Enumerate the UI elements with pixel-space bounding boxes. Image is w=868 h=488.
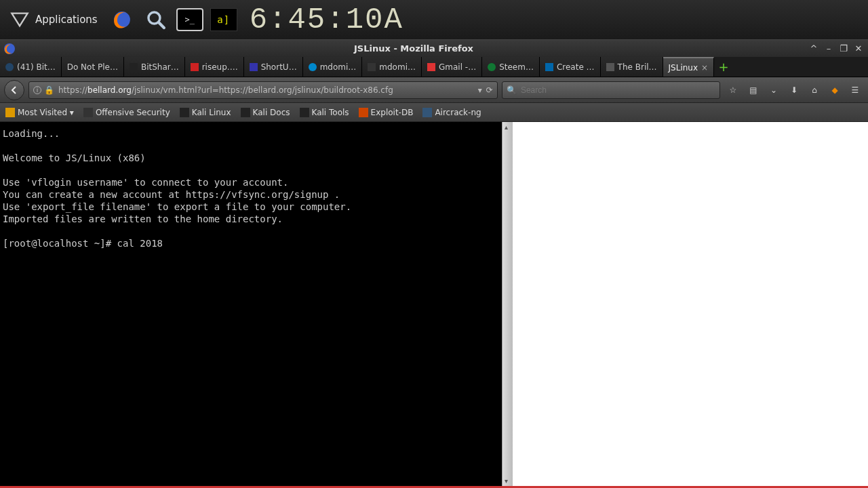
reload-icon[interactable]: ⟳ <box>486 85 493 95</box>
browser-tab[interactable]: mdomi… <box>362 57 422 77</box>
tab-strip: (41) Bit… Do Not Ple… BitShar… riseup.… … <box>0 57 868 77</box>
back-button[interactable] <box>4 80 24 100</box>
tab-label: JSLinux <box>669 63 698 73</box>
browser-tab[interactable]: riseup.… <box>185 57 244 77</box>
window-up-icon[interactable]: ^ <box>808 43 819 54</box>
favicon-icon <box>368 63 376 71</box>
terminal-launcher-icon[interactable]: >_ <box>176 8 203 31</box>
favicon-icon <box>488 63 496 71</box>
favicon-icon <box>300 108 309 117</box>
bookmark-item[interactable]: Kali Linux <box>180 108 231 117</box>
bookmarks-toolbar: Most Visited ▾ Offensive Security Kali L… <box>0 103 868 122</box>
browser-tab[interactable]: BitShar… <box>124 57 185 77</box>
window-titlebar: JSLinux - Mozilla Firefox ^ – ❐ ✕ <box>0 39 868 57</box>
page-content: Loading... Welcome to JS/Linux (x86) Use… <box>0 122 868 486</box>
url-bar[interactable]: i 🔒 https://bellard.org/jslinux/vm.html?… <box>28 81 498 99</box>
browser-tab[interactable]: Create … <box>540 57 601 77</box>
desktop-panel: Applications >_ a] 6:45:10A <box>0 0 868 39</box>
browser-tab[interactable]: Gmail -… <box>422 57 482 77</box>
tab-label: mdomi… <box>320 62 357 72</box>
pocket-icon[interactable]: ⌄ <box>768 84 780 96</box>
favicon-icon <box>191 63 199 71</box>
svg-line-2 <box>159 22 164 28</box>
favicon-icon <box>130 63 138 71</box>
terminal-scrollbar[interactable] <box>502 122 513 486</box>
bookmark-item[interactable]: Exploit-DB <box>359 108 414 117</box>
tab-label: ShortU… <box>261 62 297 72</box>
bookmark-label: Most Visited ▾ <box>18 108 74 117</box>
firefox-launcher-icon[interactable] <box>108 6 136 33</box>
home-icon[interactable]: ⌂ <box>808 84 821 96</box>
workspace-icon[interactable]: a] <box>210 8 237 31</box>
bookmark-label: Offensive Security <box>96 108 170 117</box>
bookmark-label: Kali Linux <box>192 108 231 117</box>
favicon-icon <box>309 63 317 71</box>
lock-icon: 🔒 <box>44 85 54 95</box>
tab-label: Gmail -… <box>439 62 476 72</box>
favicon-icon <box>5 63 14 71</box>
search-icon: 🔍 <box>507 85 517 95</box>
bookmark-most-visited[interactable]: Most Visited ▾ <box>5 108 74 117</box>
favicon-icon <box>422 108 432 117</box>
tab-label: BitShar… <box>141 62 179 72</box>
bookmark-item[interactable]: Kali Docs <box>241 108 290 117</box>
favicon-icon <box>83 108 93 117</box>
tab-label: (41) Bit… <box>17 62 56 72</box>
window-minimize-icon[interactable]: – <box>823 43 834 54</box>
bookmark-item[interactable]: Kali Tools <box>300 108 349 117</box>
browser-tab[interactable]: ShortU… <box>244 57 303 77</box>
favicon-icon <box>359 108 368 117</box>
browser-tab[interactable]: Do Not Ple… <box>62 57 124 77</box>
search-bar[interactable]: 🔍 <box>502 81 720 99</box>
window-close-icon[interactable]: ✕ <box>853 43 864 54</box>
url-text: https://bellard.org/jslinux/vm.html?url=… <box>58 85 474 95</box>
tab-label: Steem… <box>499 62 534 72</box>
applications-icon <box>9 9 30 30</box>
search-launcher-icon[interactable] <box>142 6 170 33</box>
favicon-icon <box>545 63 553 71</box>
bookmark-label: Kali Tools <box>312 108 349 117</box>
bookmark-label: Kali Docs <box>253 108 290 117</box>
bookmark-label: Exploit-DB <box>371 108 414 117</box>
firefox-window: JSLinux - Mozilla Firefox ^ – ❐ ✕ (41) B… <box>0 39 868 488</box>
jslinux-terminal[interactable]: Loading... Welcome to JS/Linux (x86) Use… <box>0 122 502 486</box>
bookmark-label: Aircrack-ng <box>435 108 481 117</box>
downloads-icon[interactable]: ⬇ <box>788 84 800 96</box>
tab-label: riseup.… <box>202 62 238 72</box>
desktop-clock: 6:45:10A <box>250 3 403 37</box>
tab-label: Do Not Ple… <box>67 62 118 72</box>
menu-icon[interactable]: ☰ <box>849 84 861 96</box>
reader-icon[interactable]: ▤ <box>747 84 760 96</box>
applications-label: Applications <box>35 14 98 26</box>
favicon-icon <box>180 108 189 117</box>
browser-tab[interactable]: The Bril… <box>601 57 663 77</box>
bookmark-star-icon[interactable]: ☆ <box>727 84 739 96</box>
addon-icon[interactable]: ◆ <box>829 84 841 96</box>
arrow-left-icon <box>9 85 19 95</box>
tab-label: The Bril… <box>618 62 657 72</box>
folder-icon <box>5 108 15 117</box>
firefox-icon <box>3 42 16 56</box>
favicon-icon <box>427 63 435 71</box>
browser-tab[interactable]: (41) Bit… <box>0 57 62 77</box>
bookmark-item[interactable]: Aircrack-ng <box>422 108 481 117</box>
browser-tab[interactable]: Steem… <box>482 57 540 77</box>
url-dropdown-icon[interactable]: ▾ <box>478 85 482 95</box>
favicon-icon <box>241 108 250 117</box>
search-input[interactable] <box>521 85 715 95</box>
new-tab-button[interactable]: + <box>714 57 733 77</box>
window-title: JSLinux - Mozilla Firefox <box>19 43 808 54</box>
favicon-icon <box>250 63 258 71</box>
favicon-icon <box>606 63 614 71</box>
bookmark-item[interactable]: Offensive Security <box>83 108 170 117</box>
info-icon[interactable]: i <box>33 86 41 94</box>
browser-tab-active[interactable]: JSLinux × <box>663 57 715 77</box>
browser-tab[interactable]: mdomi… <box>303 57 363 77</box>
navigation-toolbar: i 🔒 https://bellard.org/jslinux/vm.html?… <box>0 77 868 103</box>
tab-close-icon[interactable]: × <box>701 63 708 73</box>
tab-label: mdomi… <box>379 62 416 72</box>
window-maximize-icon[interactable]: ❐ <box>838 43 849 54</box>
applications-menu[interactable]: Applications <box>5 8 102 31</box>
tab-label: Create … <box>557 62 595 72</box>
